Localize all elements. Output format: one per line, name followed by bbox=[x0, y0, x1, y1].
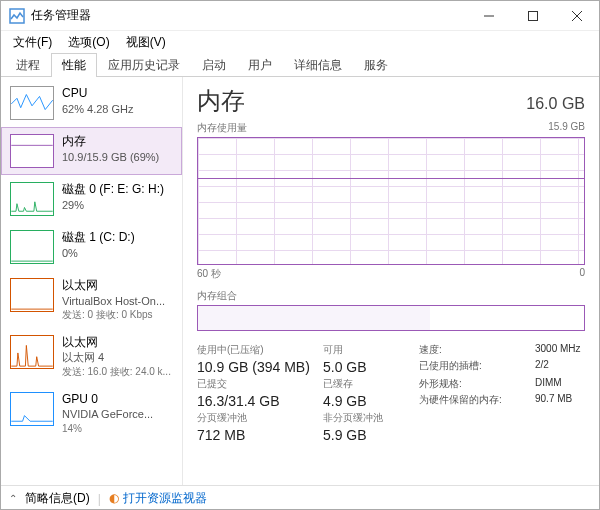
memory-total: 16.0 GB bbox=[526, 95, 585, 113]
tab-app-history[interactable]: 应用历史记录 bbox=[97, 53, 191, 77]
stat-value-speed: 3000 MHz bbox=[535, 343, 599, 357]
sidebar-item-label: 内存 bbox=[62, 134, 159, 150]
stat-value-slots: 2/2 bbox=[535, 359, 599, 375]
tab-users[interactable]: 用户 bbox=[237, 53, 283, 77]
resource-monitor-icon: ◐ bbox=[109, 491, 119, 505]
ethernet-thumb-icon bbox=[10, 278, 54, 312]
stat-label-in-use: 使用中(已压缩) bbox=[197, 343, 317, 357]
sidebar-item-ethernet-2[interactable]: 以太网 以太网 4 发送: 16.0 接收: 24.0 k... bbox=[1, 328, 182, 385]
sidebar-item-label: 磁盘 0 (F: E: G: H:) bbox=[62, 182, 164, 198]
cpu-thumb-icon bbox=[10, 86, 54, 120]
tab-startup[interactable]: 启动 bbox=[191, 53, 237, 77]
xaxis-left: 60 秒 bbox=[197, 267, 221, 281]
tab-processes[interactable]: 进程 bbox=[5, 53, 51, 77]
tab-services[interactable]: 服务 bbox=[353, 53, 399, 77]
open-resource-monitor-link[interactable]: ◐打开资源监视器 bbox=[109, 490, 207, 507]
stat-label-nonpaged: 非分页缓冲池 bbox=[323, 411, 413, 425]
sidebar-item-sub: VirtualBox Host-On... bbox=[62, 294, 165, 308]
sidebar-item-sub: 62% 4.28 GHz bbox=[62, 102, 134, 116]
stat-value-available: 5.0 GB bbox=[323, 359, 413, 375]
memory-composition-bar[interactable] bbox=[197, 305, 585, 331]
stat-label-speed: 速度: bbox=[419, 343, 529, 357]
stat-value-paged: 712 MB bbox=[197, 427, 317, 443]
window-title: 任务管理器 bbox=[31, 7, 91, 24]
stat-label-committed: 已提交 bbox=[197, 377, 317, 391]
stat-label-slots: 已使用的插槽: bbox=[419, 359, 529, 375]
sidebar-item-cpu[interactable]: CPU 62% 4.28 GHz bbox=[1, 79, 182, 127]
sidebar-item-label: 以太网 bbox=[62, 278, 165, 294]
sidebar-item-sub: NVIDIA GeForce... bbox=[62, 407, 153, 421]
ethernet-thumb-icon bbox=[10, 335, 54, 369]
usage-max: 15.9 GB bbox=[548, 121, 585, 135]
minimize-button[interactable] bbox=[467, 1, 511, 31]
stat-value-hw-reserved: 90.7 MB bbox=[535, 393, 599, 409]
sidebar-item-label: 磁盘 1 (C: D:) bbox=[62, 230, 135, 246]
close-button[interactable] bbox=[555, 1, 599, 31]
memory-detail-pane: 内存 16.0 GB 内存使用量 15.9 GB 60 秒 0 内存组合 使用中… bbox=[183, 77, 599, 485]
sidebar-item-memory[interactable]: 内存 10.9/15.9 GB (69%) bbox=[1, 127, 182, 175]
sidebar-item-ethernet-1[interactable]: 以太网 VirtualBox Host-On... 发送: 0 接收: 0 Kb… bbox=[1, 271, 182, 328]
stat-label-available: 可用 bbox=[323, 343, 413, 357]
open-resource-monitor-label: 打开资源监视器 bbox=[123, 491, 207, 505]
sidebar-item-label: 以太网 bbox=[62, 335, 171, 351]
fewer-details-button[interactable]: 简略信息(D) bbox=[25, 490, 90, 507]
sidebar-item-sub2: 发送: 0 接收: 0 Kbps bbox=[62, 308, 165, 321]
stat-label-hw-reserved: 为硬件保留的内存: bbox=[419, 393, 529, 409]
memory-thumb-icon bbox=[10, 134, 54, 168]
memory-usage-chart[interactable] bbox=[197, 137, 585, 265]
menu-view[interactable]: 视图(V) bbox=[118, 32, 174, 53]
performance-sidebar: CPU 62% 4.28 GHz 内存 10.9/15.9 GB (69%) 磁… bbox=[1, 77, 183, 485]
xaxis-right: 0 bbox=[579, 267, 585, 281]
stat-value-in-use: 10.9 GB (394 MB) bbox=[197, 359, 317, 375]
svg-rect-1 bbox=[529, 11, 538, 20]
sidebar-item-sub2: 发送: 16.0 接收: 24.0 k... bbox=[62, 365, 171, 378]
app-icon bbox=[9, 8, 25, 24]
tab-details[interactable]: 详细信息 bbox=[283, 53, 353, 77]
menu-bar: 文件(F) 选项(O) 视图(V) bbox=[1, 31, 599, 53]
sidebar-item-sub: 10.9/15.9 GB (69%) bbox=[62, 150, 159, 164]
stat-value-cached: 4.9 GB bbox=[323, 393, 413, 409]
usage-caption: 内存使用量 bbox=[197, 121, 247, 135]
sidebar-item-disk1[interactable]: 磁盘 1 (C: D:) 0% bbox=[1, 223, 182, 271]
sidebar-item-sub2: 14% bbox=[62, 422, 153, 435]
footer-bar: ⌃ 简略信息(D) | ◐打开资源监视器 bbox=[1, 485, 599, 510]
sidebar-item-sub: 0% bbox=[62, 246, 135, 260]
stat-value-form: DIMM bbox=[535, 377, 599, 391]
tab-performance[interactable]: 性能 bbox=[51, 53, 97, 77]
stat-label-cached: 已缓存 bbox=[323, 377, 413, 391]
gpu-thumb-icon bbox=[10, 392, 54, 426]
title-bar: 任务管理器 bbox=[1, 1, 599, 31]
menu-file[interactable]: 文件(F) bbox=[5, 32, 60, 53]
chevron-up-icon[interactable]: ⌃ bbox=[9, 493, 17, 504]
maximize-button[interactable] bbox=[511, 1, 555, 31]
tabs-row: 进程 性能 应用历史记录 启动 用户 详细信息 服务 bbox=[1, 53, 599, 77]
stat-value-committed: 16.3/31.4 GB bbox=[197, 393, 317, 409]
sidebar-item-label: CPU bbox=[62, 86, 134, 102]
composition-caption: 内存组合 bbox=[197, 289, 585, 303]
disk-thumb-icon bbox=[10, 230, 54, 264]
stat-value-nonpaged: 5.9 GB bbox=[323, 427, 413, 443]
stat-label-form: 外形规格: bbox=[419, 377, 529, 391]
stat-label-paged: 分页缓冲池 bbox=[197, 411, 317, 425]
sidebar-item-sub: 29% bbox=[62, 198, 164, 212]
sidebar-item-sub: 以太网 4 bbox=[62, 350, 171, 364]
memory-stats-grid: 使用中(已压缩) 可用 速度: 3000 MHz 10.9 GB (394 MB… bbox=[197, 343, 585, 443]
sidebar-item-gpu0[interactable]: GPU 0 NVIDIA GeForce... 14% bbox=[1, 385, 182, 442]
page-title: 内存 bbox=[197, 85, 245, 117]
disk-thumb-icon bbox=[10, 182, 54, 216]
sidebar-item-label: GPU 0 bbox=[62, 392, 153, 408]
sidebar-item-disk0[interactable]: 磁盘 0 (F: E: G: H:) 29% bbox=[1, 175, 182, 223]
menu-options[interactable]: 选项(O) bbox=[60, 32, 117, 53]
